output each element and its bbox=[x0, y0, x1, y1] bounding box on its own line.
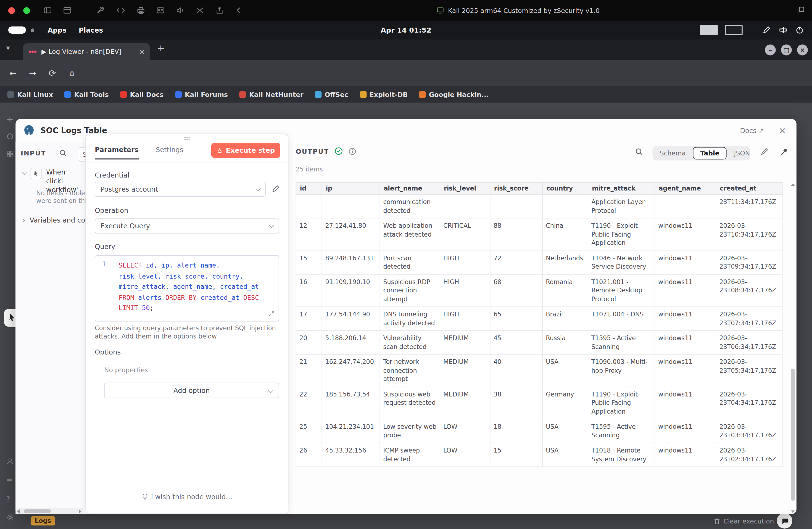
docs-link[interactable]: Docs↗ bbox=[740, 127, 764, 134]
canvas-add-icon[interactable]: + bbox=[6, 114, 14, 124]
table-row[interactable]: 2645.33.32.156ICMP sweep detectedLOW15US… bbox=[296, 443, 783, 467]
column-header-ip[interactable]: ip bbox=[322, 182, 380, 194]
credential-select[interactable]: Postgres account bbox=[95, 182, 266, 196]
modal-close-button[interactable]: × bbox=[779, 126, 786, 136]
table-row[interactable]: 1589.248.167.131Port scan detectedHIGH72… bbox=[296, 251, 783, 275]
table-row[interactable]: 205.188.206.14Vulnerability scan detecte… bbox=[296, 330, 783, 354]
logs-panel-toggle[interactable]: Logs bbox=[31, 516, 55, 525]
code-icon[interactable] bbox=[116, 6, 126, 15]
output-vertical-scrollbar[interactable] bbox=[790, 182, 795, 514]
credential-edit-icon[interactable] bbox=[272, 185, 280, 193]
back-chevron-icon[interactable] bbox=[235, 6, 242, 15]
back-button[interactable]: ← bbox=[3, 68, 23, 78]
canvas-grid-icon[interactable] bbox=[6, 150, 14, 158]
tab-close-icon[interactable]: × bbox=[139, 47, 145, 56]
table-row[interactable]: 21162.247.74.200Tor network connection a… bbox=[296, 354, 783, 386]
node-feedback-link[interactable]: I wish this node would... bbox=[86, 493, 288, 501]
window-icon[interactable] bbox=[63, 6, 72, 15]
clear-execution-button[interactable]: Clear execution bbox=[714, 517, 774, 525]
canvas-user-icon[interactable] bbox=[6, 458, 14, 466]
execute-step-button[interactable]: Execute step bbox=[211, 143, 280, 158]
table-row[interactable]: 25104.21.234.101Low severity web probeLO… bbox=[296, 419, 783, 443]
input-horizontal-scrollbar[interactable] bbox=[15, 508, 83, 514]
canvas-list-icon[interactable]: ≡ bbox=[6, 476, 12, 485]
vm-close-button[interactable] bbox=[8, 7, 15, 14]
table-row[interactable]: 1227.124.41.80Web application attack det… bbox=[296, 218, 783, 250]
printer-icon[interactable] bbox=[137, 6, 145, 15]
id-card-icon[interactable] bbox=[156, 6, 164, 15]
table-row[interactable]: 22185.156.73.54Suspicious web request de… bbox=[296, 387, 783, 419]
canvas-circle-icon[interactable] bbox=[6, 133, 14, 140]
bookmark-item[interactable]: Kali Docs bbox=[120, 90, 163, 98]
reload-button[interactable]: ⟳ bbox=[43, 68, 62, 78]
workspace-pill-icon[interactable] bbox=[8, 27, 26, 34]
bookmark-item[interactable]: Kali Tools bbox=[64, 90, 109, 98]
wrench-icon[interactable] bbox=[97, 6, 105, 15]
column-header-agent_name[interactable]: agent_name bbox=[655, 182, 716, 194]
query-editor[interactable]: 1 SELECT id, ip, alert_name,risk_level, … bbox=[95, 255, 279, 321]
pen-icon[interactable] bbox=[762, 26, 771, 34]
window-close-button[interactable]: × bbox=[797, 44, 808, 55]
bookmark-item[interactable]: Google Hackin... bbox=[419, 90, 489, 98]
column-header-mitre_attack[interactable]: mitre_attack bbox=[588, 182, 655, 194]
apps-menu[interactable]: Apps bbox=[48, 21, 67, 40]
scroll-up-icon[interactable] bbox=[791, 183, 795, 186]
drag-handle[interactable] bbox=[185, 137, 191, 141]
column-header-risk_level[interactable]: risk_level bbox=[440, 182, 490, 194]
add-option-select[interactable]: Add option bbox=[104, 383, 279, 398]
scroll-right-icon[interactable] bbox=[79, 509, 81, 513]
bookmark-item[interactable]: Exploit-DB bbox=[360, 90, 408, 98]
table-row[interactable]: 1691.109.190.10Suspicious RDP connection… bbox=[296, 275, 783, 307]
volume-icon[interactable] bbox=[779, 26, 787, 34]
restore-windows-icon[interactable] bbox=[797, 6, 805, 14]
bookmark-item[interactable]: OffSec bbox=[315, 90, 348, 98]
chat-button[interactable] bbox=[777, 513, 793, 528]
table-row[interactable]: communication detectedApplication Layer … bbox=[296, 194, 783, 218]
home-button[interactable]: ⌂ bbox=[62, 68, 82, 78]
output-edit-icon[interactable] bbox=[760, 147, 769, 156]
scroll-thumb[interactable] bbox=[791, 369, 795, 501]
view-tab-schema[interactable]: Schema bbox=[653, 147, 692, 159]
output-search-icon[interactable] bbox=[635, 147, 643, 156]
info-icon[interactable] bbox=[349, 147, 357, 155]
browser-tab[interactable]: ▶ Log Viewer - n8n[DEV] × bbox=[23, 43, 150, 60]
view-tab-table[interactable]: Table bbox=[693, 147, 727, 160]
column-header-country[interactable]: country bbox=[542, 182, 588, 194]
column-header-id[interactable]: id bbox=[296, 182, 322, 194]
window-maximize-button[interactable]: □ bbox=[781, 44, 792, 55]
share-icon[interactable] bbox=[215, 6, 224, 15]
forward-button[interactable]: → bbox=[23, 68, 43, 78]
bookmark-item[interactable]: Kali NetHunter bbox=[239, 90, 303, 98]
new-tab-button[interactable]: + bbox=[157, 43, 164, 53]
column-header-created_at[interactable]: created_at bbox=[716, 182, 783, 194]
panel-indicator-dark[interactable] bbox=[725, 25, 743, 35]
canvas-settings-icon[interactable] bbox=[6, 514, 14, 521]
column-header-risk_score[interactable]: risk_score bbox=[490, 182, 542, 194]
window-minimize-button[interactable]: – bbox=[765, 44, 775, 55]
tab-list-menu-icon[interactable]: ▾ bbox=[6, 44, 10, 52]
operation-select[interactable]: Execute Query bbox=[95, 218, 279, 233]
scroll-thumb[interactable] bbox=[24, 510, 51, 513]
power-icon[interactable] bbox=[795, 26, 804, 34]
places-menu[interactable]: Places bbox=[79, 21, 103, 40]
variables-context-row[interactable]: › Variables and cor bbox=[23, 217, 88, 224]
speaker-icon[interactable] bbox=[176, 6, 185, 15]
tab-parameters[interactable]: Parameters bbox=[95, 146, 139, 160]
canvas-help-icon[interactable]: ? bbox=[6, 495, 10, 503]
pin-data-icon[interactable] bbox=[780, 147, 788, 156]
bookmark-item[interactable]: Kali Linux bbox=[7, 90, 53, 98]
expand-editor-icon[interactable] bbox=[267, 309, 276, 318]
column-header-alert_name[interactable]: alert_name bbox=[380, 182, 440, 194]
scroll-down-icon[interactable] bbox=[791, 511, 795, 513]
collapse-chevron-icon[interactable] bbox=[22, 170, 27, 175]
sidebar-icon[interactable] bbox=[44, 6, 52, 15]
split-icon[interactable] bbox=[196, 6, 204, 15]
input-search-icon[interactable] bbox=[59, 149, 67, 157]
bookmark-item[interactable]: Kali Forums bbox=[175, 90, 228, 98]
scroll-left-icon[interactable] bbox=[17, 509, 19, 513]
vm-zoom-button[interactable] bbox=[23, 7, 30, 14]
table-row[interactable]: 17177.54.144.90DNS tunneling activity de… bbox=[296, 307, 783, 330]
panel-indicator-light[interactable] bbox=[700, 25, 718, 35]
panel-clock[interactable]: Apr 14 01:52 bbox=[381, 21, 431, 40]
view-tab-json[interactable]: JSON bbox=[728, 147, 756, 159]
